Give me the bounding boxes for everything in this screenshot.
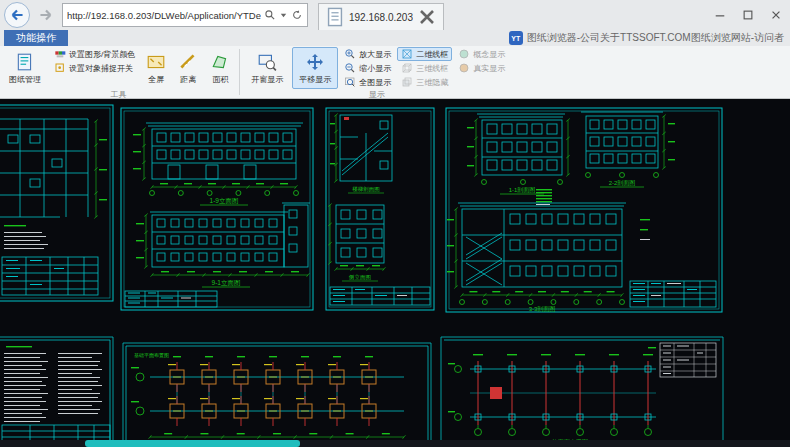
window-zoom-label: 开窗显示 — [251, 74, 283, 85]
sheet-column-plan: 柱平面布置图 — [441, 337, 723, 447]
sheet-notes-partial — [0, 337, 113, 447]
address-bar[interactable]: http://192.168.0.203/DLWeb/Application/Y… — [62, 3, 308, 27]
conceptual-button[interactable]: 概念显示 — [454, 47, 509, 61]
ribbon-group-tools: 图纸管理 设置图形/背景颜色 设置对象捕捉开关 — [2, 47, 235, 97]
sheet-foundation-plan: 基础平面布置图 — [123, 343, 431, 447]
ribbon-separator — [239, 49, 240, 95]
svg-text:楼梯剖面图: 楼梯剖面图 — [352, 186, 380, 193]
pan-button[interactable]: 平移显示 — [292, 47, 338, 89]
ribbon-tab-operations[interactable]: 功能操作 — [4, 30, 68, 47]
drawing-manager-label: 图纸管理 — [9, 74, 41, 85]
osnap-button[interactable]: 设置对象捕捉开关 — [50, 61, 139, 75]
back-arrow-icon — [7, 5, 27, 25]
zoom-out-label: 缩小显示 — [359, 63, 391, 74]
browser-tab[interactable]: 192.168.0.203 — [318, 3, 444, 30]
tab-favicon — [325, 7, 345, 27]
realistic-label: 真实显示 — [473, 63, 505, 74]
brand-text: 图纸浏览器-公司关于TTSSOFT.COM图纸浏览网站-访问者 — [527, 31, 784, 45]
wireframe-3d-label: 三维线框 — [416, 63, 448, 74]
address-dropdown-icon[interactable] — [279, 11, 288, 20]
realistic-button[interactable]: 真实显示 — [454, 61, 509, 75]
zoom-extents-icon — [344, 76, 356, 88]
osnap-icon — [54, 62, 66, 74]
realistic-icon — [458, 62, 470, 74]
sheet-floor-plan-partial — [0, 105, 113, 301]
distance-label: 距离 — [180, 74, 196, 85]
fullscreen-label: 全屏 — [148, 74, 164, 85]
distance-ruler-icon — [178, 52, 198, 72]
svg-text:基础平面布置图: 基础平面布置图 — [134, 352, 169, 359]
drawing-manager-icon — [15, 52, 35, 72]
window-zoom-button[interactable]: 开窗显示 — [244, 47, 290, 89]
forward-arrow-icon — [36, 5, 56, 25]
close-button[interactable] — [762, 4, 790, 26]
sheet-stair-section: 楼梯剖面图侧立面图 — [326, 108, 434, 310]
wireframe-3d-icon — [401, 62, 413, 74]
maximize-button[interactable] — [734, 4, 762, 26]
zoom-extents-label: 全图显示 — [359, 77, 391, 88]
zoom-in-label: 放大显示 — [359, 49, 391, 60]
back-button[interactable] — [4, 2, 30, 28]
pan-label: 平移显示 — [299, 74, 331, 85]
wireframe-2d-icon — [401, 48, 413, 60]
horizontal-scrollbar-thumb[interactable] — [85, 440, 300, 447]
url-text: http://192.168.0.203/DLWeb/Application/Y… — [67, 10, 261, 21]
tab-title: 192.168.0.203 — [349, 12, 413, 23]
hidden-3d-label: 三维隐藏 — [416, 77, 448, 88]
wireframe-2d-label: 二维线框 — [416, 49, 448, 60]
browser-window: http://192.168.0.203/DLWeb/Application/Y… — [0, 0, 790, 447]
search-icon[interactable] — [264, 9, 276, 21]
drawing-manager-button[interactable]: 图纸管理 — [2, 47, 48, 89]
zoom-extents-button[interactable]: 全图显示 — [340, 75, 395, 89]
zoom-in-button[interactable]: 放大显示 — [340, 47, 395, 61]
tab-close-icon[interactable] — [417, 7, 437, 27]
brand-area: YT 图纸浏览器-公司关于TTSSOFT.COM图纸浏览网站-访问者 — [509, 31, 790, 45]
conceptual-icon — [458, 48, 470, 60]
osnap-label: 设置对象捕捉开关 — [69, 63, 133, 74]
ribbon-toolbar: 图纸管理 设置图形/背景颜色 设置对象捕捉开关 — [0, 46, 790, 99]
bg-color-label: 设置图形/背景颜色 — [69, 49, 135, 60]
cad-drawing-surface[interactable]: 1-9立面图9-1立面图楼梯剖面图侧立面图1-1剖面图2-2剖面图3-3剖面图基… — [0, 99, 790, 447]
svg-text:1-1剖面图: 1-1剖面图 — [509, 186, 536, 194]
bg-color-button[interactable]: 设置图形/背景颜色 — [50, 47, 139, 61]
area-label: 面积 — [212, 74, 228, 85]
tab-strip: 192.168.0.203 — [318, 0, 702, 30]
sheet-elevations-left: 1-9立面图9-1立面图 — [121, 108, 313, 310]
refresh-icon[interactable] — [291, 9, 303, 21]
wireframe-3d-button[interactable]: 三维线框 — [397, 61, 452, 75]
distance-button[interactable]: 距离 — [173, 47, 203, 89]
minimize-button[interactable] — [706, 4, 734, 26]
sheet-sections-right: 1-1剖面图2-2剖面图3-3剖面图 — [446, 108, 722, 313]
hidden-3d-button[interactable]: 三维隐藏 — [397, 75, 452, 89]
brand-logo-icon: YT — [509, 31, 523, 45]
cad-canvas[interactable]: 1-9立面图9-1立面图楼梯剖面图侧立面图1-1剖面图2-2剖面图3-3剖面图基… — [0, 99, 790, 447]
svg-text:9-1立面图: 9-1立面图 — [212, 279, 241, 286]
zoom-out-icon — [344, 62, 356, 74]
pan-icon — [305, 52, 325, 72]
window-controls — [706, 4, 790, 26]
hidden-3d-icon — [401, 76, 413, 88]
window-zoom-icon — [257, 52, 277, 72]
zoom-out-button[interactable]: 缩小显示 — [340, 61, 395, 75]
svg-text:2-2剖面图: 2-2剖面图 — [609, 179, 636, 187]
svg-text:3-3剖面图: 3-3剖面图 — [529, 305, 556, 313]
svg-text:1-9立面图: 1-9立面图 — [210, 197, 239, 204]
browser-titlebar: http://192.168.0.203/DLWeb/Application/Y… — [0, 0, 790, 30]
wireframe-2d-button[interactable]: 二维线框 — [397, 47, 452, 61]
area-polygon-icon — [210, 52, 230, 72]
horizontal-scrollbar-track[interactable] — [0, 440, 790, 447]
fullscreen-icon — [146, 52, 166, 72]
ribbon-group-display: 开窗显示 平移显示 放大显示 — [244, 47, 509, 97]
conceptual-label: 概念显示 — [473, 49, 505, 60]
svg-text:侧立面图: 侧立面图 — [348, 274, 371, 281]
ribbon-tab-row: 功能操作 YT 图纸浏览器-公司关于TTSSOFT.COM图纸浏览网站-访问者 — [0, 30, 790, 46]
forward-button[interactable] — [34, 3, 58, 27]
color-settings-icon — [54, 48, 66, 60]
area-button[interactable]: 面积 — [205, 47, 235, 89]
zoom-in-icon — [344, 48, 356, 60]
fullscreen-button[interactable]: 全屏 — [141, 47, 171, 89]
